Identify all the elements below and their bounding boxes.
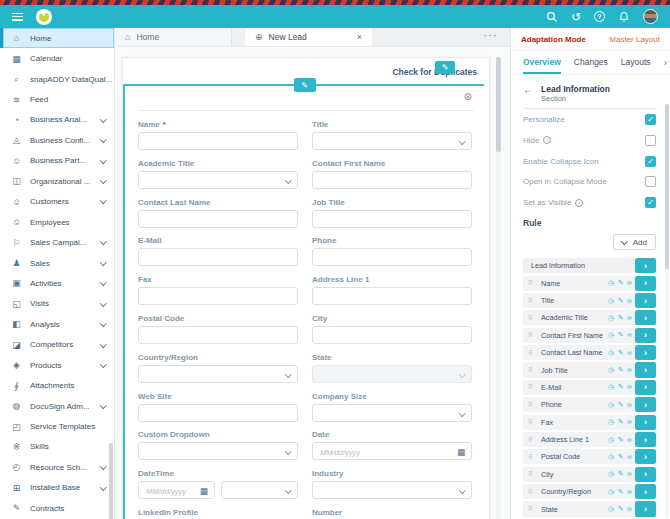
job-title-input[interactable] [312, 210, 472, 228]
chevron-right-button[interactable]: › [635, 432, 656, 447]
tab-new-lead[interactable]: ⊕New Lead× [245, 28, 372, 46]
drag-handle-icon[interactable]: ⠿ [528, 367, 536, 373]
drag-handle-icon[interactable]: ⠿ [528, 489, 536, 495]
sidebar-item-analysis[interactable]: ◧Analysis [0, 314, 114, 334]
preview-icon[interactable]: ∞ [627, 297, 632, 305]
edit-icon[interactable]: ✎ [618, 505, 624, 513]
sidebar-item-attachments[interactable]: ∮Attachments [0, 375, 114, 395]
drag-handle-icon[interactable]: ⠿ [528, 298, 536, 304]
rule-icon[interactable]: ◷ [608, 366, 614, 374]
rule-icon[interactable]: ◷ [608, 383, 614, 391]
title-select[interactable] [312, 132, 472, 150]
academic-title-select[interactable] [138, 171, 298, 189]
preview-icon[interactable]: ∞ [627, 383, 632, 391]
preview-icon[interactable]: ∞ [627, 453, 632, 461]
sidebar-item-contracts[interactable]: ✎Contracts [0, 498, 114, 518]
drag-handle-icon[interactable]: ⠿ [528, 384, 536, 390]
sidebar-item-calendar[interactable]: ▦Calendar [0, 48, 114, 68]
sidebar-item-business-anal[interactable]: ◔Business Anal... [0, 110, 114, 130]
industry-select[interactable] [312, 481, 472, 499]
checkbox-personalize[interactable]: ✓ [645, 114, 656, 125]
calendar-icon[interactable]: ▦ [457, 447, 465, 457]
preview-icon[interactable]: ∞ [627, 401, 632, 409]
info-icon[interactable]: i [543, 136, 551, 144]
edit-icon[interactable]: ✎ [618, 436, 624, 444]
avatar[interactable] [643, 9, 658, 24]
sidebar-item-sales[interactable]: ♟Sales [0, 253, 114, 273]
chevron-right-button[interactable]: › [635, 380, 656, 395]
tab-overflow-icon[interactable]: ··· [484, 30, 499, 41]
web-site-input[interactable] [138, 404, 298, 422]
panel-scrollbar-track[interactable] [665, 104, 669, 517]
sidebar-item-feed[interactable]: ≋Feed [0, 89, 114, 109]
edit-icon[interactable]: ✎ [618, 314, 624, 322]
datetime-date-input[interactable]: MM/dd/yyyy▦ [138, 481, 215, 499]
chevron-right-button[interactable]: › [635, 449, 656, 464]
chevron-right-button[interactable]: › [635, 501, 656, 516]
name-input[interactable] [138, 132, 298, 150]
postal-code-input[interactable] [138, 326, 298, 344]
drag-handle-icon[interactable]: ⠿ [528, 437, 536, 443]
edit-icon[interactable]: ✎ [618, 488, 624, 496]
sidebar-item-organizational[interactable]: ◫Organizational ... [0, 171, 114, 191]
rule-icon[interactable]: ◷ [608, 436, 614, 444]
edit-icon[interactable]: ✎ [618, 279, 624, 287]
notifications-icon[interactable] [618, 10, 630, 24]
preview-icon[interactable]: ∞ [627, 349, 632, 357]
drag-handle-icon[interactable]: ⠿ [528, 419, 536, 425]
sidebar-item-home[interactable]: ⌂Home [0, 28, 114, 48]
sidebar-item-customers[interactable]: ☺Customers [0, 192, 114, 212]
rule-icon[interactable]: ◷ [608, 418, 614, 426]
sidebar-item-business-confi[interactable]: ◬Business Confi... [0, 130, 114, 150]
company-size-select[interactable] [312, 404, 472, 422]
tab-changes[interactable]: Changes [574, 51, 608, 74]
rule-icon[interactable]: ◷ [608, 349, 614, 357]
edit-icon[interactable]: ✎ [618, 383, 624, 391]
rule-icon[interactable]: ◷ [608, 297, 614, 305]
checkbox-hide[interactable] [645, 135, 656, 146]
back-icon[interactable]: ← [523, 85, 533, 95]
edit-icon[interactable]: ✎ [618, 349, 624, 357]
drag-handle-icon[interactable]: ⠿ [528, 506, 536, 512]
chevron-right-button[interactable]: › [635, 276, 656, 291]
chevron-right-button[interactable]: › [635, 484, 656, 499]
chevron-right-button[interactable]: › [635, 345, 656, 360]
sidebar-item-docusign-adm[interactable]: ◍DocuSign Adm... [0, 396, 114, 416]
rule-icon[interactable]: ◷ [608, 453, 614, 461]
custom-dropdown-select[interactable] [138, 442, 298, 460]
country-region-select[interactable] [138, 365, 298, 383]
history-icon[interactable]: ↺ [571, 10, 581, 24]
sidebar-item-business-part[interactable]: ☺Business Part... [0, 151, 114, 171]
tab-home[interactable]: ⌂Home [115, 28, 232, 46]
edit-icon[interactable]: ✎ [618, 418, 624, 426]
collapse-section-icon[interactable]: ⊛ [464, 92, 472, 102]
rule-icon[interactable]: ◷ [608, 470, 614, 478]
close-icon[interactable]: × [357, 32, 362, 42]
drag-handle-icon[interactable]: ⠿ [528, 350, 536, 356]
preview-icon[interactable]: ∞ [627, 505, 632, 513]
drag-handle-icon[interactable]: ⠿ [528, 402, 536, 408]
main-scrollbar[interactable] [496, 57, 501, 152]
chevron-right-button[interactable]: › [635, 310, 656, 325]
add-rule-button[interactable]: Add [613, 234, 656, 250]
edit-icon[interactable]: ✎ [618, 297, 624, 305]
edit-icon[interactable]: ✎ [618, 401, 624, 409]
e-mail-input[interactable] [138, 248, 298, 266]
rule-icon[interactable]: ◷ [608, 401, 614, 409]
chevron-right-button[interactable]: › [635, 362, 656, 377]
chevron-right-button[interactable]: › [635, 258, 656, 273]
chevron-right-button[interactable]: › [635, 467, 656, 482]
preview-icon[interactable]: ∞ [627, 488, 632, 496]
sidebar-item-snapaddy-dataqual[interactable]: ⌕snapADDY DataQual... [0, 69, 114, 89]
preview-icon[interactable]: ∞ [627, 418, 632, 426]
help-icon[interactable]: ? [594, 10, 605, 24]
datetime-time-select[interactable] [221, 481, 298, 499]
fax-input[interactable] [138, 287, 298, 305]
sidebar-item-service-templates[interactable]: ◰Service Templates [0, 416, 114, 436]
menu-icon[interactable] [12, 13, 23, 21]
sidebar-item-skills[interactable]: ※Skills [0, 437, 114, 457]
tab-layouts[interactable]: Layouts [621, 51, 651, 74]
master-layout-link[interactable]: Master Layout [609, 35, 660, 44]
rule-icon[interactable]: ◷ [608, 279, 614, 287]
address-line-1-input[interactable] [312, 287, 472, 305]
